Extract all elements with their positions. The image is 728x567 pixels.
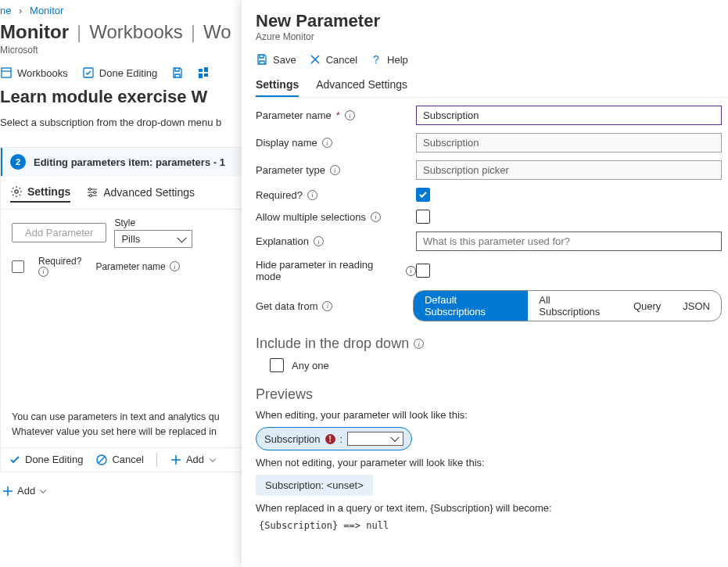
display-name-input[interactable]: Subscription <box>416 133 722 153</box>
preview-replace-desc: When replaced in a query or text item, {… <box>256 502 722 514</box>
preview-not-editing-pill: Subscription: <unset> <box>256 475 373 496</box>
svg-point-9 <box>90 195 92 197</box>
error-icon: ! <box>325 434 335 444</box>
done-editing-button[interactable]: Done Editing <box>82 66 157 79</box>
pill-all-subscriptions[interactable]: All Subscriptions <box>528 291 622 321</box>
page-title-sub1: Workbooks <box>89 21 183 43</box>
get-data-pills: Default Subscriptions All Subscriptions … <box>413 290 722 321</box>
step-badge: 2 <box>10 154 26 170</box>
param-name-label: Parameter name*i <box>256 109 416 121</box>
info-icon[interactable]: i <box>345 110 355 120</box>
info-icon[interactable]: i <box>371 212 381 222</box>
info-icon[interactable]: i <box>330 165 340 175</box>
col-param-name: Parameter name <box>95 261 165 272</box>
chevron-down-icon <box>38 486 48 496</box>
info-icon[interactable]: i <box>322 301 332 311</box>
panel-tabs: Settings Advanced Settings <box>256 74 728 98</box>
svg-rect-5 <box>204 74 208 77</box>
cancel-button[interactable]: Cancel <box>309 53 357 66</box>
new-parameter-panel: New Parameter Azure Monitor Save Cancel … <box>242 0 728 567</box>
plus-icon <box>2 485 14 497</box>
workbooks-button[interactable]: Workbooks <box>0 66 68 79</box>
any-one-checkbox[interactable] <box>270 358 284 372</box>
info-icon[interactable]: i <box>38 267 48 277</box>
hide-label: Hide parameter in reading modei <box>256 259 416 282</box>
hide-checkbox[interactable] <box>416 264 430 278</box>
explanation-input[interactable] <box>416 231 722 251</box>
preview-not-editing-desc: When not editing, your parameter will lo… <box>256 457 722 468</box>
preview-editing-desc: When editing, your parameter will look l… <box>256 409 722 421</box>
display-name-label: Display namei <box>256 137 416 149</box>
save-icon[interactable] <box>171 66 184 79</box>
breadcrumb-link-home[interactable]: ne <box>0 5 11 16</box>
plus-icon <box>170 454 182 466</box>
style-dropdown[interactable]: Pills <box>114 230 192 248</box>
svg-text:?: ? <box>373 53 379 66</box>
done-editing-button[interactable]: Done Editing <box>9 454 83 466</box>
pill-json[interactable]: JSON <box>672 297 721 315</box>
workbook-icon <box>0 66 13 79</box>
page-title-sub2: Wo <box>203 21 231 43</box>
panel-tab-settings[interactable]: Settings <box>256 74 299 97</box>
pill-query[interactable]: Query <box>622 297 672 315</box>
col-required: Required? <box>38 256 81 267</box>
help-button[interactable]: ? Help <box>370 53 408 66</box>
preview-replace-code: {Subscription} ==> null <box>259 520 722 531</box>
param-type-select[interactable]: Subscription picker <box>416 160 722 180</box>
card-header-text: Editing parameters item: parameters - 1 <box>34 156 225 168</box>
sliders-icon <box>86 186 99 199</box>
required-label: Required?i <box>256 189 416 201</box>
svg-point-7 <box>89 188 91 191</box>
svg-rect-0 <box>2 68 11 77</box>
explanation-label: Explanationi <box>256 235 416 247</box>
add-parameter-button[interactable]: Add Parameter <box>12 223 106 242</box>
save-icon <box>256 53 268 66</box>
preview-select[interactable] <box>347 432 403 446</box>
add-button[interactable]: Add <box>170 454 217 466</box>
info-icon[interactable]: i <box>322 138 332 148</box>
panel-toolbar: Save Cancel ? Help <box>256 53 722 67</box>
required-checkbox[interactable] <box>416 188 430 202</box>
info-icon[interactable]: i <box>406 266 416 276</box>
page-title-main: Monitor <box>0 21 69 43</box>
chevron-down-icon <box>208 455 217 465</box>
check-icon <box>418 190 428 199</box>
allow-multi-checkbox[interactable] <box>416 210 430 224</box>
done-editing-icon <box>82 66 95 79</box>
any-one-label: Any one <box>292 360 329 371</box>
svg-point-6 <box>15 190 18 193</box>
info-icon[interactable]: i <box>170 261 180 271</box>
panel-title: New Parameter <box>256 11 722 31</box>
include-heading: Include in the drop downi <box>256 336 722 352</box>
more-icon[interactable] <box>198 66 210 79</box>
svg-point-8 <box>94 192 96 194</box>
select-all-checkbox[interactable] <box>12 260 24 273</box>
get-data-label: Get data fromi <box>256 300 413 312</box>
allow-multi-label: Allow multiple selectionsi <box>256 211 416 223</box>
chevron-right-icon: › <box>19 5 22 16</box>
breadcrumb-link-monitor[interactable]: Monitor <box>30 5 63 16</box>
previews-heading: Previews <box>256 386 722 403</box>
svg-rect-3 <box>204 67 208 72</box>
panel-tab-advanced[interactable]: Advanced Settings <box>316 74 407 97</box>
param-type-label: Parameter typei <box>256 164 416 176</box>
prohibit-icon <box>95 454 108 466</box>
tab-advanced-settings[interactable]: Advanced Settings <box>86 183 195 202</box>
info-icon[interactable]: i <box>307 190 317 200</box>
info-icon[interactable]: i <box>414 339 424 349</box>
check-icon <box>9 454 21 466</box>
preview-editing-pill[interactable]: Subscription ! : <box>256 427 412 450</box>
save-button[interactable]: Save <box>256 53 296 66</box>
panel-subtitle: Azure Monitor <box>256 31 722 42</box>
help-icon: ? <box>370 53 382 66</box>
tab-settings[interactable]: Settings <box>10 182 70 203</box>
cancel-button[interactable]: Cancel <box>95 454 143 466</box>
param-name-input[interactable]: Subscription <box>416 106 722 125</box>
close-icon <box>309 53 321 66</box>
info-icon[interactable]: i <box>314 236 324 246</box>
svg-rect-2 <box>199 69 203 72</box>
svg-rect-4 <box>199 74 203 78</box>
gear-icon <box>10 185 23 198</box>
pill-default-subscriptions[interactable]: Default Subscriptions <box>414 291 528 321</box>
style-label: Style <box>114 217 192 228</box>
